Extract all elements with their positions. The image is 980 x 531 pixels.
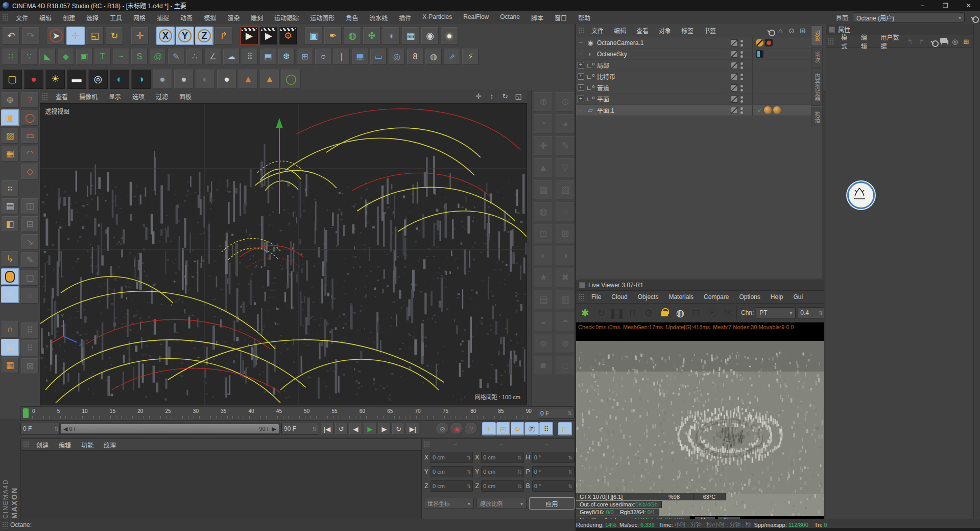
array-tool-button[interactable]: ⊟	[21, 216, 39, 233]
menu-item[interactable]: 运动跟踪	[269, 13, 304, 22]
filter-eye-icon[interactable]: ⊙	[786, 26, 797, 36]
palette-grip[interactable]	[42, 93, 48, 100]
object-name[interactable]: 局部	[597, 61, 609, 70]
sculpt-tool-3[interactable]: ◕	[555, 113, 576, 134]
viewport-menu-item[interactable]: 摄像机	[74, 92, 103, 101]
render-view[interactable]: GTX 1070[T][6.1] %98 63°C Out-of-core us…	[576, 341, 824, 519]
sky-tag-icon[interactable]	[756, 50, 763, 58]
object-name[interactable]: 比特币	[597, 72, 615, 81]
scale-mode-select[interactable]: 缩放比例▾	[476, 498, 527, 509]
cube-edit-tool-button[interactable]: ▢	[21, 269, 39, 286]
object-row[interactable]: +∟⁰局部	[576, 60, 822, 71]
undo-button[interactable]: ↶	[2, 27, 20, 45]
manager-tab-2[interactable]: 场次	[811, 47, 823, 67]
menu-item[interactable]: 捕捉	[151, 13, 175, 22]
coord-field[interactable]: 0 cm⇅	[481, 466, 523, 477]
sculpt-tool-22[interactable]: ⊚	[533, 333, 554, 354]
sculpt-tool-18[interactable]: ▤	[533, 289, 554, 310]
octane-vdb-volume-button[interactable]: ▲	[238, 69, 258, 89]
object-row[interactable]: +∟⁰管道	[576, 82, 822, 94]
expand-icon[interactable]: +	[578, 62, 584, 68]
menu-item[interactable]: 角色	[340, 13, 364, 22]
object-manager-menu-item[interactable]: 书签	[699, 26, 721, 35]
visibility-dots[interactable]	[740, 51, 743, 54]
visibility-dots[interactable]	[740, 85, 743, 87]
object-manager-menu-item[interactable]: 文件	[586, 26, 609, 35]
live-viewer-menu-item[interactable]: Objects	[633, 293, 664, 301]
polygons-mode-button[interactable]: ◧	[1, 216, 19, 233]
menu-item[interactable]: X-Particles	[417, 13, 458, 22]
sculpt-tool-10[interactable]: ◍	[533, 201, 554, 222]
add-light-button[interactable]: ●	[440, 27, 459, 45]
octane-sky-button[interactable]: ◐	[109, 69, 130, 89]
sculpt-tool-15[interactable]: ◑	[555, 245, 576, 266]
y-axis-lock[interactable]: Y	[176, 27, 194, 45]
palette-grip[interactable]	[424, 441, 430, 448]
mograph-cubes-button[interactable]: ▣	[76, 48, 93, 65]
object-manager-menu-item[interactable]: 编辑	[609, 26, 631, 35]
torus-wire-button[interactable]: ◎	[388, 48, 405, 65]
menu-item[interactable]: 文件	[10, 13, 34, 22]
viewport-mouse-button[interactable]	[1, 268, 19, 285]
palette-grip[interactable]	[23, 441, 29, 448]
material-menu-item[interactable]: 编辑	[54, 441, 76, 449]
object-name[interactable]: OctaneCamera.1	[597, 39, 643, 47]
object-name[interactable]: 管道	[597, 83, 609, 92]
viewport-menu-item[interactable]: 面板	[174, 92, 197, 101]
add-environment-button[interactable]: ▦	[401, 27, 420, 45]
material-menu-item[interactable]: 纹理	[99, 441, 121, 449]
scale-edit-tool-button[interactable]: ↘	[21, 234, 39, 250]
selection-circle-tool[interactable]: ◯	[21, 109, 39, 126]
menu-item[interactable]: 插件	[393, 13, 417, 22]
object-row[interactable]: +∟⁰比特币	[576, 71, 822, 82]
attribute-menu-item[interactable]: 模式	[836, 33, 856, 50]
menu-item[interactable]: RealFlow	[458, 13, 494, 22]
viewport-menu-item[interactable]: 选项	[127, 92, 150, 101]
visibility-dots[interactable]	[740, 40, 743, 42]
menu-item[interactable]: 雕刻	[245, 13, 269, 22]
keyframe-selection-button[interactable]: ⊘	[436, 422, 449, 435]
menu-item[interactable]: 选择	[81, 13, 104, 22]
editor-toggle[interactable]	[731, 84, 738, 91]
coord-field[interactable]: 0 °⇅	[532, 452, 575, 463]
snap-settings-button[interactable]: Ⓢ	[1, 286, 19, 303]
sphere-white-button[interactable]: ○	[315, 48, 332, 65]
home-icon[interactable]: ⌂	[775, 26, 785, 36]
move-tool[interactable]: ✛	[66, 27, 85, 45]
cloud-button[interactable]: ☁	[223, 48, 240, 65]
add-spline-button[interactable]: ✒	[324, 27, 342, 45]
pen-edit-tool-button[interactable]: ✎	[21, 251, 39, 268]
dots-palette-button-1[interactable]: ⠿	[21, 322, 39, 339]
key-scale-toggle[interactable]: ◰	[496, 422, 510, 435]
sculpt-tool-9[interactable]: ▧	[555, 179, 576, 200]
object-manager-menu-item[interactable]: 标签	[676, 26, 699, 35]
lock-resolution-button[interactable]	[657, 306, 672, 320]
samples-spinner[interactable]: 0.4⇅	[798, 307, 824, 318]
sculpt-tool-0[interactable]: ⊕	[533, 91, 554, 112]
redo-button[interactable]: ↷	[21, 27, 40, 45]
add-view-icon[interactable]: ⊞	[798, 26, 808, 36]
prev-frame-button[interactable]: ◀	[349, 422, 363, 435]
cubes-blue-button[interactable]: ▦	[351, 48, 369, 65]
key-position-toggle[interactable]: ✛	[482, 422, 496, 435]
spline-spiral-button[interactable]: @	[149, 48, 166, 65]
scale-tool[interactable]: ◱	[86, 27, 104, 45]
keyframe-panel-button[interactable]: ▤	[558, 422, 572, 435]
zoom-view-icon[interactable]: ↕	[486, 91, 497, 101]
spline-s-button[interactable]: S	[131, 48, 148, 65]
settings-button[interactable]: ⚙	[641, 306, 656, 320]
tab-noise[interactable]: _Noise	[718, 517, 740, 519]
last-used-tool[interactable]: ✛	[131, 27, 149, 45]
coord-field[interactable]: 0 cm⇅	[481, 452, 523, 463]
goto-end-button[interactable]: ▶|	[406, 422, 420, 435]
octane-specular-material-button[interactable]: ◐	[195, 69, 216, 89]
next-frame-button[interactable]: ▶	[377, 422, 391, 435]
render-picture-viewer-button[interactable]: ▶	[259, 27, 278, 45]
live-viewer-menu-item[interactable]: Gui	[788, 293, 808, 301]
visibility-dots[interactable]	[740, 107, 743, 110]
object-manager-menu-item[interactable]: 对象	[654, 26, 676, 35]
add-generator-button[interactable]: ✤	[363, 27, 381, 45]
editor-toggle[interactable]	[731, 51, 738, 58]
live-viewer-menu-item[interactable]: Cloud	[606, 293, 632, 301]
add-primitive-button[interactable]: ▣	[304, 27, 323, 45]
